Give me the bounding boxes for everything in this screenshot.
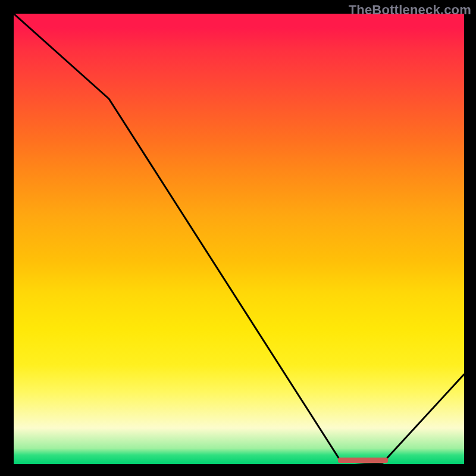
curve-path — [14, 14, 464, 463]
watermark-text: TheBottleneck.com — [349, 2, 471, 18]
optimal-marker-band — [338, 458, 388, 463]
bottleneck-curve — [14, 14, 464, 464]
